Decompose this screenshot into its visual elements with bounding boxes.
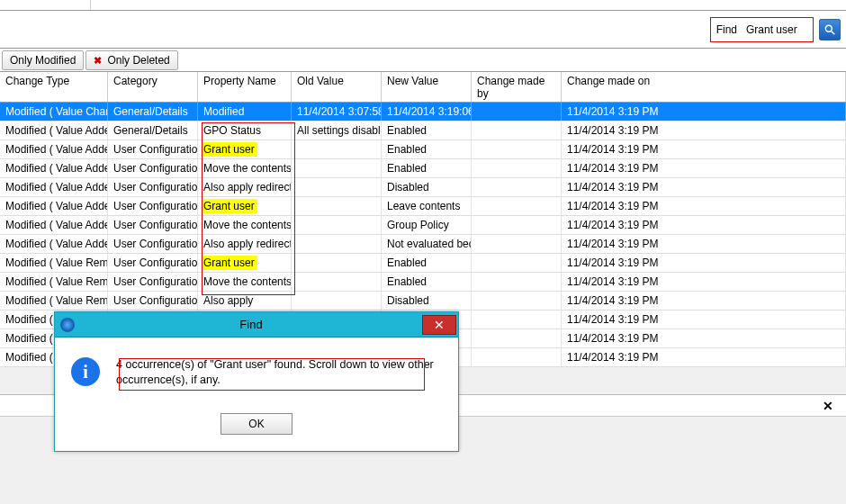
dialog-close-button[interactable]: ✕ (422, 315, 456, 335)
svg-line-1 (832, 31, 835, 34)
highlight-box-property (202, 122, 295, 295)
search-button[interactable] (819, 19, 841, 40)
table-cell (292, 254, 382, 272)
table-cell: User Configuration (Enabled)/Policies (108, 197, 198, 215)
table-cell: 11/4/2014 3:19 PM (562, 273, 846, 291)
table-cell (472, 103, 562, 121)
table-cell (472, 329, 562, 347)
table-cell (292, 235, 382, 253)
table-cell: 11/4/2014 3:19 PM (562, 122, 846, 140)
table-cell: 11/4/2014 3:19:06 PM (382, 103, 472, 121)
table-row[interactable]: Modified ( Value Removed)User Configurat… (0, 254, 846, 273)
highlight-box-message (119, 358, 425, 391)
table-cell (292, 292, 382, 310)
table-row[interactable]: Modified ( Value Changed)General/Details… (0, 103, 846, 122)
ok-button[interactable]: OK (220, 413, 292, 435)
table-cell: Enabled (382, 254, 472, 272)
table-cell: Group Policy (382, 216, 472, 234)
col-property-name[interactable]: Property Name (198, 72, 292, 102)
search-icon (824, 23, 836, 36)
col-change-on[interactable]: Change made on (562, 72, 846, 102)
only-modified-label: Only Modified (10, 54, 76, 67)
table-cell: Modified ( Value Added) (0, 216, 108, 234)
table-cell: Disabled (382, 178, 472, 196)
table-cell (472, 197, 562, 215)
table-cell: User Configuration (Disabled)/Policies (108, 273, 198, 291)
table-row[interactable]: Modified ( Value Added)General/DetailsGP… (0, 122, 846, 140)
table-cell: 11/4/2014 3:19 PM (562, 235, 846, 253)
table-cell: 11/4/2014 3:19 PM (562, 197, 846, 215)
table-cell: User Configuration (Enabled)/Policies (108, 178, 198, 196)
table-cell: Modified ( Value Added) (0, 140, 108, 158)
clear-status-button[interactable]: ✕ (817, 399, 839, 413)
only-deleted-button[interactable]: ✖ Only Deleted (86, 50, 177, 70)
only-deleted-label: Only Deleted (107, 54, 169, 67)
table-cell (292, 273, 382, 291)
table-cell: 11/4/2014 3:19 PM (562, 159, 846, 177)
table-cell (472, 159, 562, 177)
dialog-buttons: OK (55, 413, 458, 451)
filter-bar: Only Modified ✖ Only Deleted (0, 49, 846, 72)
table-cell (472, 254, 562, 272)
table-row[interactable]: Modified ( Value Removed)User Configurat… (0, 292, 846, 310)
table-cell: Leave contents (382, 197, 472, 215)
only-modified-button[interactable]: Only Modified (2, 50, 84, 70)
table-cell: Modified ( Value Added) (0, 235, 108, 253)
table-cell (292, 216, 382, 234)
table-cell (472, 292, 562, 310)
table-cell: User Configuration (Enabled)/Policies (108, 159, 198, 177)
table-row[interactable]: Modified ( Value Removed)User Configurat… (0, 273, 846, 292)
table-cell: 11/4/2014 3:19 PM (562, 348, 846, 366)
table-cell (472, 122, 562, 140)
svg-point-0 (825, 25, 832, 32)
table-cell: Modified ( Value Removed) (0, 292, 108, 310)
table-cell: Enabled (382, 273, 472, 291)
table-cell (472, 140, 562, 158)
table-cell (472, 216, 562, 234)
table-cell: 11/4/2014 3:07:58 PM (292, 103, 382, 121)
table-cell: User Configuration (108, 292, 198, 310)
table-row[interactable]: Modified ( Value Added)User Configuratio… (0, 216, 846, 235)
table-cell (292, 197, 382, 215)
table-row[interactable]: Modified ( Value Added)User Configuratio… (0, 178, 846, 197)
col-change-by[interactable]: Change made by (472, 72, 562, 102)
table-cell: User Configuration (Enabled)/Policies (108, 216, 198, 234)
table-cell: User Configuration (Enabled)/Policies (108, 140, 198, 158)
table-cell: Modified ( Value Added) (0, 197, 108, 215)
dialog-titlebar[interactable]: Find ✕ (55, 312, 458, 338)
table-cell: Modified ( Value Added) (0, 159, 108, 177)
find-box: Find (710, 17, 814, 42)
table-cell: Disabled (382, 292, 472, 310)
table-cell: General/Details (108, 103, 198, 121)
dialog-title: Find (80, 318, 422, 331)
col-new-value[interactable]: New Value (382, 72, 472, 102)
col-old-value[interactable]: Old Value (292, 72, 382, 102)
table-cell: 11/4/2014 3:19 PM (562, 216, 846, 234)
table-row[interactable]: Modified ( Value Added)User Configuratio… (0, 197, 846, 216)
table-cell: Not evaluated because primary (382, 235, 472, 253)
table-cell (472, 310, 562, 328)
col-change-type[interactable]: Change Type (0, 72, 108, 102)
find-label: Find (716, 23, 737, 36)
table-cell: 11/4/2014 3:19 PM (562, 178, 846, 196)
table-cell (472, 235, 562, 253)
table-cell: Enabled (382, 140, 472, 158)
table-cell: Enabled (382, 159, 472, 177)
table-cell: Modified ( Value Changed) (0, 103, 108, 121)
col-category[interactable]: Category (108, 72, 198, 102)
table-row[interactable]: Modified ( Value Added)User Configuratio… (0, 159, 846, 178)
table-cell (292, 159, 382, 177)
top-strip (0, 0, 846, 11)
table-cell: 11/4/2014 3:19 PM (562, 310, 846, 328)
find-input[interactable] (744, 22, 807, 37)
table-cell: 11/4/2014 3:19 PM (562, 103, 846, 121)
dialog-icon (60, 318, 75, 332)
table-cell: 11/4/2014 3:19 PM (562, 292, 846, 310)
table-row[interactable]: Modified ( Value Added)User Configuratio… (0, 235, 846, 254)
toolbar: Find (0, 11, 846, 49)
table-header: Change Type Category Property Name Old V… (0, 72, 846, 103)
table-cell: Modified ( Value Removed) (0, 254, 108, 272)
table-cell: User Configuration (Disabled)/Policies (108, 254, 198, 272)
table-row[interactable]: Modified ( Value Added)User Configuratio… (0, 140, 846, 159)
table-cell: All settings disabled (292, 122, 382, 140)
